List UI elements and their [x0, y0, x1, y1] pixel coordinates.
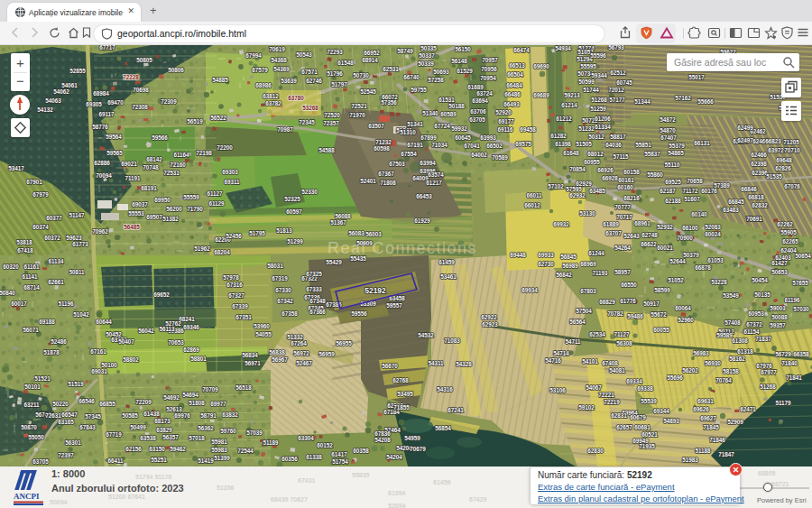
svg-text:Real Connections: Real Connections: [328, 239, 477, 257]
svg-text:52192: 52192: [364, 286, 386, 295]
svg-text:ANCPI: ANCPI: [14, 492, 40, 501]
